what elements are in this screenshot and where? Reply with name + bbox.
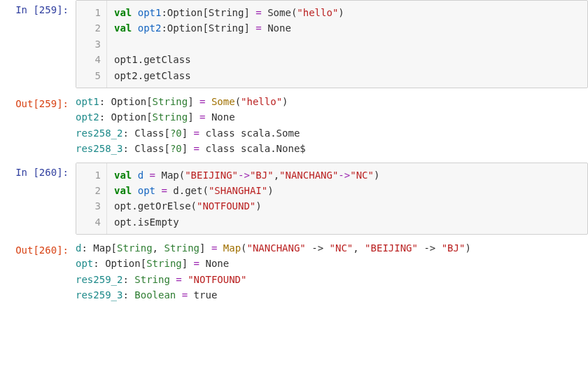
- token: class scala.None$: [200, 143, 306, 154]
- output-line: res259_3: Boolean = true: [76, 287, 581, 303]
- code-line[interactable]: opt.getOrElse("NOTFOUND"): [114, 198, 580, 214]
- token: :: [99, 111, 111, 123]
- token: Map: [93, 242, 111, 254]
- code-line[interactable]: opt.isEmpty: [114, 214, 580, 230]
- token: :Option[String]: [161, 7, 255, 18]
- line-number: 4: [76, 52, 101, 67]
- token: [: [111, 242, 117, 254]
- token: val: [114, 170, 138, 181]
- token: =: [255, 7, 261, 18]
- output-line: res259_2: String = "NOTFOUND": [76, 272, 581, 287]
- token: =: [194, 143, 200, 154]
- line-number: 2: [76, 183, 101, 198]
- token: =: [255, 22, 261, 34]
- token: =: [182, 289, 188, 301]
- token: Option: [105, 258, 141, 269]
- code-area[interactable]: 12345val opt1:Option[String] = Some("hel…: [76, 0, 588, 88]
- token: opt2: [76, 111, 99, 123]
- input-prompt: In [260]:: [0, 163, 76, 178]
- token: opt2: [138, 22, 162, 34]
- token: =: [194, 258, 200, 269]
- token: Some: [211, 96, 235, 107]
- token: =: [150, 170, 155, 181]
- token: res259_2: [76, 274, 122, 285]
- output-line: res258_2: Class[?0] = class scala.Some: [76, 125, 581, 141]
- token: "hello": [241, 96, 282, 107]
- token: [: [164, 143, 169, 154]
- token: :: [122, 143, 134, 154]
- token: "hello": [297, 7, 338, 18]
- code-line[interactable]: opt1.getClass: [114, 52, 580, 67]
- token: :Option[String]: [161, 22, 255, 34]
- token: ?0: [170, 143, 182, 154]
- output-area: d: Map[String, String] = Map("NANCHANG" …: [76, 240, 588, 303]
- code-line[interactable]: [114, 36, 580, 52]
- notebook-root: In [259]:12345val opt1:Option[String] = …: [0, 0, 588, 303]
- output-cell: Out[259]:opt1: Option[String] = Some("he…: [0, 94, 588, 157]
- code-line[interactable]: val opt2:Option[String] = None: [114, 20, 580, 36]
- token: "BEIJING": [365, 242, 418, 254]
- token: res259_3: [76, 289, 122, 301]
- code-area[interactable]: 1234val d = Map("BEIJING"->"BJ","NANCHAN…: [76, 163, 588, 235]
- token: Option: [111, 96, 147, 107]
- token: ,: [274, 170, 279, 181]
- token: ): [338, 7, 344, 18]
- token: "BJ": [250, 170, 274, 181]
- token: :: [93, 258, 105, 269]
- code-line[interactable]: val opt1:Option[String] = Some("hello"): [114, 5, 580, 20]
- token: String: [117, 242, 153, 254]
- token: :: [81, 242, 93, 254]
- token: [: [141, 258, 146, 269]
- output-line: opt1: Option[String] = Some("hello"): [76, 94, 581, 109]
- token: None: [262, 22, 291, 34]
- token: None: [200, 258, 229, 269]
- token: String: [153, 96, 188, 107]
- code-line[interactable]: val d = Map("BEIJING"->"BJ","NANCHANG"->…: [114, 167, 580, 183]
- token: d: [138, 170, 144, 181]
- output-prompt: Out[259]:: [0, 94, 76, 109]
- token: String: [146, 258, 182, 269]
- token: ,: [353, 242, 365, 254]
- token: Some(: [262, 7, 298, 18]
- input-cell: In [259]:12345val opt1:Option[String] = …: [0, 0, 588, 88]
- output-area: opt1: Option[String] = Some("hello")opt2…: [76, 94, 588, 157]
- code-lines[interactable]: val opt1:Option[String] = Some("hello")v…: [107, 1, 587, 88]
- code-line[interactable]: opt2.getClass: [114, 68, 580, 83]
- token: opt2.getClass: [114, 70, 191, 81]
- token: =: [161, 185, 167, 196]
- token: opt1: [138, 7, 162, 18]
- line-number: 3: [76, 36, 101, 52]
- token: ->: [338, 170, 350, 181]
- token: res258_3: [76, 143, 122, 154]
- token: val: [114, 7, 138, 18]
- code-lines[interactable]: val d = Map("BEIJING"->"BJ","NANCHANG"->…: [107, 163, 587, 235]
- token: ]: [182, 128, 194, 139]
- token: ->: [306, 242, 330, 254]
- output-line: res258_3: Class[?0] = class scala.None$: [76, 141, 581, 156]
- token: :: [122, 274, 134, 285]
- token: None: [205, 111, 234, 123]
- token: ): [255, 200, 261, 212]
- token: [205, 96, 211, 107]
- token: [217, 242, 223, 254]
- token: ,: [153, 242, 164, 254]
- token: "NC": [350, 170, 374, 181]
- code-line[interactable]: val opt = d.get("SHANGHAI"): [114, 183, 580, 198]
- token: "NANCHANG": [279, 170, 338, 181]
- output-cell: Out[260]:d: Map[String, String] = Map("N…: [0, 240, 588, 303]
- token: Map(: [155, 170, 185, 181]
- line-number: 2: [76, 20, 101, 36]
- token: [: [146, 96, 152, 107]
- token: "NOTFOUND": [188, 274, 246, 285]
- token: ]: [188, 111, 200, 123]
- token: ->: [418, 242, 442, 254]
- token: :: [99, 96, 111, 107]
- token: val: [114, 185, 138, 196]
- token: d.get(: [167, 185, 209, 196]
- token: Class: [134, 128, 164, 139]
- token: (: [235, 96, 241, 107]
- token: ): [465, 242, 470, 254]
- token: "NOTFOUND": [197, 200, 255, 212]
- token: opt: [138, 185, 155, 196]
- token: "SHANGHAI": [209, 185, 267, 196]
